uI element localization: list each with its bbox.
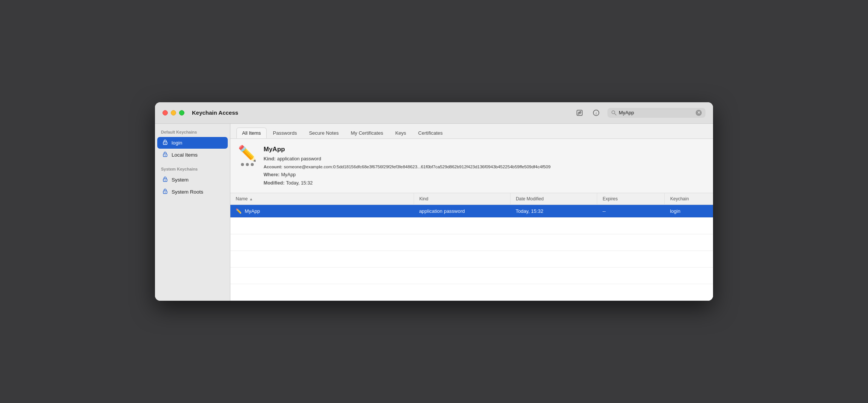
cell-empty-1-expires (597, 218, 665, 234)
detail-item-name: MyApp (264, 146, 705, 153)
cell-empty-3-expires (597, 251, 665, 268)
tab-my-certificates[interactable]: My Certificates (345, 128, 389, 138)
local-items-lock-icon (162, 151, 169, 158)
cell-empty-4-date (510, 268, 597, 284)
close-button[interactable] (163, 110, 168, 115)
cell-empty-2-date (510, 234, 597, 251)
cell-empty-1-kind (414, 218, 510, 234)
login-lock-icon (162, 139, 169, 146)
detail-where-value: MyApp (281, 172, 296, 177)
sidebar: Default Keychains login (155, 124, 230, 301)
icon-dots (241, 163, 254, 166)
detail-modified-label: Modified: (264, 180, 285, 186)
cell-empty-5-date (510, 284, 597, 301)
cell-expires-myapp: -- (597, 205, 665, 218)
table-row-empty-1[interactable] (230, 218, 713, 234)
cell-empty-2-expires (597, 234, 665, 251)
cell-empty-4-expires (597, 268, 665, 284)
table-area: Name ▲ Kind Date Modified E (230, 193, 713, 301)
sidebar-item-local-items-label: Local Items (172, 152, 198, 158)
detail-account-label: Account: (264, 165, 282, 169)
window-body: Default Keychains login (155, 124, 713, 301)
detail-panel: ✏️ MyApp Kind:application password Accou… (230, 139, 713, 194)
titlebar-actions: i ✕ (574, 108, 705, 118)
cell-date-myapp: Today, 15:32 (510, 205, 597, 218)
system-lock-icon (162, 176, 169, 183)
col-kind[interactable]: Kind (414, 193, 510, 205)
cell-empty-3-kind (414, 251, 510, 268)
traffic-lights (163, 110, 184, 115)
col-keychain[interactable]: Keychain (665, 193, 713, 205)
compose-button[interactable] (574, 108, 585, 118)
svg-text:i: i (596, 111, 597, 115)
table-row-empty-2[interactable] (230, 234, 713, 251)
tab-passwords[interactable]: Passwords (267, 128, 303, 138)
cell-empty-1-name (230, 218, 414, 234)
sort-arrow-name: ▲ (249, 197, 253, 201)
table-header: Name ▲ Kind Date Modified E (230, 193, 713, 205)
cell-name-myapp: ✏️ MyApp (230, 205, 414, 218)
col-expires[interactable]: Expires (597, 193, 665, 205)
sidebar-item-login-label: login (172, 140, 182, 146)
col-date-modified[interactable]: Date Modified (510, 193, 597, 205)
system-keychains-label: System Keychains (155, 167, 230, 174)
detail-icon-area: ✏️ (238, 146, 257, 166)
cell-empty-2-name (230, 234, 414, 251)
search-bar: ✕ (607, 108, 705, 118)
detail-where-label: Where: (264, 172, 279, 177)
cell-empty-5-keychain (665, 284, 713, 301)
tab-secure-notes[interactable]: Secure Notes (303, 128, 344, 138)
tab-all-items[interactable]: All Items (236, 128, 267, 138)
search-clear-button[interactable]: ✕ (696, 110, 702, 116)
detail-kind-value: application password (277, 156, 321, 162)
cell-empty-3-name (230, 251, 414, 268)
table-row-myapp[interactable]: ✏️ MyApp application password Today, 15:… (230, 205, 713, 218)
main-content: All Items Passwords Secure Notes My Cert… (230, 124, 713, 301)
tabs-bar: All Items Passwords Secure Notes My Cert… (230, 124, 713, 139)
sidebar-item-system[interactable]: System (157, 174, 228, 186)
cell-empty-5-expires (597, 284, 665, 301)
icon-dot-3 (251, 163, 254, 166)
svg-point-6 (165, 143, 166, 144)
table-row-empty-5[interactable] (230, 284, 713, 301)
sidebar-item-system-roots[interactable]: System Roots (157, 186, 228, 198)
svg-point-12 (165, 192, 166, 193)
tab-certificates[interactable]: Certificates (413, 128, 448, 138)
tab-keys[interactable]: Keys (390, 128, 412, 138)
detail-modified-row: Modified:Today, 15:32 (264, 180, 705, 187)
sidebar-item-system-label: System (172, 177, 189, 183)
cell-empty-1-keychain (665, 218, 713, 234)
svg-point-10 (165, 180, 166, 181)
items-table: Name ▲ Kind Date Modified E (230, 193, 713, 301)
cell-empty-3-keychain (665, 251, 713, 268)
cell-keychain-myapp: login (665, 205, 713, 218)
search-input[interactable] (619, 110, 693, 115)
table-row-empty-3[interactable] (230, 251, 713, 268)
detail-kind-row: Kind:application password (264, 155, 705, 163)
cell-empty-2-kind (414, 234, 510, 251)
cell-empty-5-name (230, 284, 414, 301)
sidebar-system-section: System Keychains System (155, 167, 230, 198)
pencil-icon: ✏️ (238, 146, 257, 161)
search-icon (611, 110, 616, 115)
svg-point-8 (165, 155, 166, 156)
detail-account-row: Account:someone@example.com:0:5dd18156df… (264, 164, 705, 170)
default-keychains-label: Default Keychains (155, 130, 230, 137)
info-button[interactable]: i (591, 108, 601, 118)
icon-dot-2 (246, 163, 249, 166)
svg-line-4 (615, 114, 616, 115)
table-row-empty-4[interactable] (230, 268, 713, 284)
maximize-button[interactable] (179, 110, 184, 115)
sidebar-item-login[interactable]: login (157, 137, 228, 149)
detail-account-value: someone@example.com:0:5dd18156dfc68e3f67… (284, 165, 551, 169)
system-roots-lock-icon (162, 188, 169, 195)
detail-info: MyApp Kind:application password Account:… (264, 146, 705, 188)
col-name[interactable]: Name ▲ (230, 193, 414, 205)
sidebar-item-local-items[interactable]: Local Items (157, 149, 228, 161)
detail-kind-label: Kind: (264, 156, 276, 162)
minimize-button[interactable] (171, 110, 176, 115)
cell-empty-4-keychain (665, 268, 713, 284)
cell-empty-4-kind (414, 268, 510, 284)
cell-empty-3-date (510, 251, 597, 268)
svg-point-3 (612, 111, 615, 114)
